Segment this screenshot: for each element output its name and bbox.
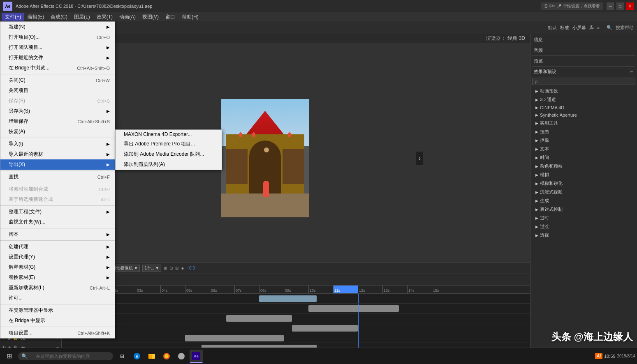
effect-obsolete[interactable]: ▶ 过时 xyxy=(532,214,635,222)
menu-open[interactable]: 打开项目(O)... Ctrl+O xyxy=(0,32,115,42)
menu-interpret[interactable]: 解释素材(G) ▶ xyxy=(0,262,115,272)
small-screen-label[interactable]: 小屏幕 xyxy=(572,25,586,31)
menu-create-proxy[interactable]: 创建代理 ▶ xyxy=(0,242,115,252)
effects-menu-icon[interactable]: ☰ xyxy=(630,69,634,74)
toolbar-expand[interactable]: » xyxy=(597,25,600,30)
menu-find[interactable]: 查找 Ctrl+F xyxy=(0,172,115,182)
divider-h xyxy=(0,304,115,304)
taskbar-search-input[interactable] xyxy=(32,352,107,360)
menu-new[interactable]: 新建(N) ▶ xyxy=(0,22,115,32)
effect-blur[interactable]: ▶ 模糊和锐化 xyxy=(532,179,635,188)
count-dropdown[interactable]: 1个... ▼ xyxy=(142,265,161,272)
effect-keying[interactable]: ▶ 抠像 xyxy=(532,136,635,145)
menu-consolidate[interactable]: 整理工程(文件) ▶ xyxy=(0,207,115,217)
effect-generate[interactable]: ▶ 生成 xyxy=(532,196,635,205)
menu-item-window[interactable]: 窗口 xyxy=(162,13,178,21)
menu-item-effect[interactable]: 效果(T) xyxy=(93,13,116,21)
taskbar-icon-firefox[interactable] xyxy=(160,350,173,363)
clip-4-1[interactable] xyxy=(292,325,358,332)
menu-item-view[interactable]: 视图(V) xyxy=(139,13,162,21)
menu-revert[interactable]: 恢复(A) xyxy=(0,127,115,137)
standard-label[interactable]: 标准 xyxy=(560,25,569,31)
effect-immersive[interactable]: ▶ 沉浸式视频 xyxy=(532,188,635,196)
menu-item-edit[interactable]: 编辑(E) xyxy=(24,13,47,21)
effect-distort[interactable]: ▶ 扭曲 xyxy=(532,127,635,136)
taskbar-icon-misc[interactable] xyxy=(175,350,188,363)
menu-export[interactable]: 导出(X) ▶ xyxy=(0,159,115,170)
menu-watch-folder[interactable]: 监视文件夹(W)... xyxy=(0,217,115,227)
effect-3d-channel[interactable]: ▶ 3D 通道 xyxy=(532,95,635,104)
taskbar-icon-explorer[interactable] xyxy=(145,350,158,363)
triangle-icon-15: ▶ xyxy=(535,207,538,212)
effect-text[interactable]: ▶ 文本 xyxy=(532,145,635,153)
menu-scripts[interactable]: 脚本 ▶ xyxy=(0,229,115,240)
app-title: Adobe After Effects CC 2018 - C:\Users\7… xyxy=(16,4,541,9)
menu-project-settings[interactable]: 项目设置... Ctrl+Alt+Shift+K xyxy=(0,328,115,338)
effects-search[interactable] xyxy=(532,78,635,85)
preview-header[interactable]: 预览 xyxy=(532,57,635,65)
effects-header[interactable]: 效果和预设 ☰ xyxy=(532,67,635,76)
effect-expression[interactable]: ▶ 表达式控制 xyxy=(532,205,635,214)
expand-icon[interactable]: ⊞ xyxy=(164,266,167,270)
effect-noise[interactable]: ▶ 杂色和颗粒 xyxy=(532,162,635,170)
audio-header[interactable]: 音频 xyxy=(532,46,635,55)
menu-team-open[interactable]: 打开团队项目... ▶ xyxy=(0,42,115,53)
taskbar-icon-ae[interactable]: Ae xyxy=(190,350,203,363)
menu-import-recent[interactable]: 导入最近的素材 ▶ xyxy=(0,149,115,159)
render-icon[interactable]: ◈ xyxy=(181,266,184,270)
effect-simulate[interactable]: ▶ 模拟 xyxy=(532,170,635,179)
windows-start-button[interactable]: ⊞ xyxy=(2,350,16,363)
menu-reveal-bridge[interactable]: 在 Bridge 中显示 xyxy=(0,316,115,326)
menu-import[interactable]: 导入(I) ▶ xyxy=(0,139,115,149)
search-icon[interactable]: 🔍 xyxy=(607,25,612,30)
menu-save[interactable]: 保存(S) Ctrl+S xyxy=(0,96,115,106)
info-header[interactable]: 信息 xyxy=(532,35,635,44)
menu-save-as[interactable]: 另存为(S) ▶ xyxy=(0,106,115,116)
menu-set-proxy[interactable]: 设置代理(Y) ▶ xyxy=(0,252,115,262)
library-label[interactable]: 库 xyxy=(589,25,594,31)
export-cinema4d[interactable]: MAXON Cinema 4D Exporter... xyxy=(116,130,222,139)
next-arrow[interactable]: › xyxy=(416,152,423,165)
layers-icon[interactable]: ⊞ xyxy=(175,266,178,270)
menu-close[interactable]: 关闭(C) Ctrl+W xyxy=(0,75,115,85)
sougou-settings[interactable]: 个性设置，点我看看 xyxy=(563,3,600,9)
effect-cinema4d[interactable]: ▶ CINEMA 4D xyxy=(532,104,635,111)
3d-icon[interactable]: ⊡ xyxy=(169,266,173,270)
menu-item-layer[interactable]: 图层(L) xyxy=(71,13,93,21)
clip-1-1[interactable] xyxy=(259,295,317,302)
menu-reload[interactable]: 重新加载素材(L) Ctrl+Alt+L xyxy=(0,283,115,293)
menu-increment-save[interactable]: 增量保存 Ctrl+Alt+Shift+S xyxy=(0,116,115,127)
clip-5-1[interactable] xyxy=(185,335,284,341)
effect-perspective[interactable]: ▶ 透视 xyxy=(532,231,635,240)
menu-newcomp-shortcut: Alt+\ xyxy=(101,197,110,202)
close-button[interactable]: ✕ xyxy=(626,2,634,10)
menu-revealbridge-label: 在 Bridge 中显示 xyxy=(9,317,45,324)
taskbar-icon-taskview[interactable]: ⊟ xyxy=(116,350,129,363)
menu-replace[interactable]: 替换素材(E) ▶ xyxy=(0,272,115,283)
taskbar-icon-edge[interactable]: e xyxy=(130,350,144,363)
minimize-button[interactable]: ─ xyxy=(607,2,614,10)
menu-recent[interactable]: 打开最近的文件 ▶ xyxy=(0,53,115,63)
effect-time[interactable]: ▶ 时间 xyxy=(532,153,635,162)
menu-reveal-explorer[interactable]: 在资源管理器中显示 xyxy=(0,305,115,316)
menu-license[interactable]: 许可... xyxy=(0,293,115,303)
menu-close-project[interactable]: 关闭项目 xyxy=(0,85,115,96)
export-render-queue[interactable]: 添加到渲染队列(A) xyxy=(116,159,222,170)
effect-animation-presets[interactable]: ▶ 动画预设 xyxy=(532,87,635,95)
track-content-4 xyxy=(62,323,530,333)
effect-transition[interactable]: ▶ 过渡 xyxy=(532,222,635,231)
effect-utility[interactable]: ▶ 实用工具 xyxy=(532,119,635,127)
menu-new-comp[interactable]: 基于所选项新建合成 Alt+\ xyxy=(0,194,115,205)
menu-item-compose[interactable]: 合成(C) xyxy=(47,13,71,21)
menu-add-to-comp[interactable]: 将素材添加到合成 Ctrl+/ xyxy=(0,184,115,194)
export-premiere[interactable]: 导出 Adobe Premiere Pro 项目... xyxy=(116,139,222,149)
menu-item-animation[interactable]: 动画(A) xyxy=(116,13,139,21)
clip-3-1[interactable] xyxy=(226,315,292,322)
menu-item-help[interactable]: 帮助(H) xyxy=(178,13,202,21)
menu-bridge[interactable]: 在 Bridge 中浏览... Ctrl+Alt+Shift+O xyxy=(0,63,115,73)
maximize-button[interactable]: □ xyxy=(616,2,624,10)
menu-item-file[interactable]: 文件(F) xyxy=(2,13,24,21)
export-media-encoder[interactable]: 添加到 Adobe Media Encoder 队列... xyxy=(116,149,222,159)
effect-synthetic[interactable]: ▶ Synthetic Aperture xyxy=(532,111,635,119)
clip-2-1[interactable] xyxy=(308,305,399,312)
